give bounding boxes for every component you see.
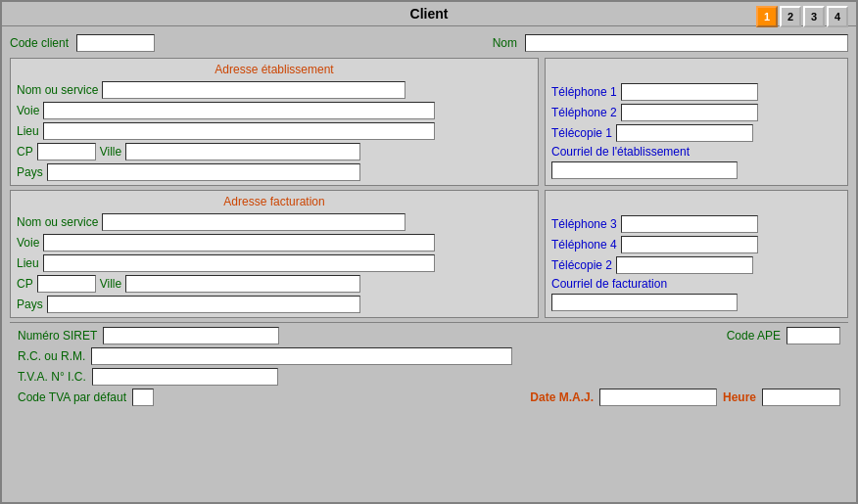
etab-tel2-label: Téléphone 2 <box>551 106 617 119</box>
fact-voie-input[interactable] <box>43 234 435 252</box>
etab-lieu-input[interactable] <box>43 122 435 140</box>
tab-4[interactable]: 4 <box>827 6 848 27</box>
siret-input[interactable] <box>103 327 279 344</box>
fact-lieu-input[interactable] <box>43 254 435 272</box>
tab-3[interactable]: 3 <box>803 6 825 27</box>
etab-telecopie1-row: Télécopie 1 <box>551 124 841 142</box>
code-client-input[interactable] <box>76 34 155 52</box>
fact-ville-input[interactable] <box>125 275 360 293</box>
etab-voie-row: Voie <box>17 102 532 119</box>
etab-pays-input[interactable] <box>47 163 360 181</box>
etab-tel1-input[interactable] <box>621 83 758 101</box>
fact-tel3-label: Téléphone 3 <box>551 217 617 231</box>
fact-lieu-label: Lieu <box>17 256 39 270</box>
facturation-title: Adresse facturation <box>17 195 532 208</box>
fact-nom-service-input[interactable] <box>102 213 405 231</box>
top-row: Code client Nom <box>10 32 848 54</box>
etab-nom-service-input[interactable] <box>102 81 405 99</box>
etab-tel1-label: Téléphone 1 <box>551 85 617 99</box>
etab-telecopie1-input[interactable] <box>616 124 753 142</box>
main-content: Code client Nom Adresse établissement No… <box>2 26 856 502</box>
fact-pays-label: Pays <box>17 298 43 311</box>
fact-nom-service-row: Nom ou service <box>17 213 532 231</box>
fact-tel3-row: Téléphone 3 <box>551 215 841 233</box>
etab-ville-label: Ville <box>100 145 121 159</box>
date-label: Date M.A.J. <box>530 390 594 404</box>
codetva-row: Code TVA par défaut Date M.A.J. Heure <box>18 389 840 406</box>
fact-telecopie2-row: Télécopie 2 <box>551 256 841 274</box>
code-ape-label: Code APE <box>727 329 781 343</box>
fact-cp-row: CP Ville <box>17 275 532 293</box>
etablissement-title: Adresse établissement <box>17 63 532 76</box>
code-tva-label: Code TVA par défaut <box>18 390 126 404</box>
etab-courriel-row: Courriel de l'établissement <box>551 145 841 159</box>
etab-lieu-label: Lieu <box>17 124 39 138</box>
code-client-label: Code client <box>10 36 69 50</box>
etablissement-row: Adresse établissement Nom ou service Voi… <box>10 58 848 186</box>
etab-cp-row: CP Ville <box>17 143 532 160</box>
fact-courriel-input[interactable] <box>551 294 738 311</box>
fact-lieu-row: Lieu <box>17 254 532 272</box>
main-window: Client 1 2 3 4 Code client Nom Adresse é… <box>0 0 858 504</box>
siret-row: Numéro SIRET Code APE <box>18 327 840 344</box>
facturation-row: Adresse facturation Nom ou service Voie … <box>10 190 848 318</box>
etab-nom-service-row: Nom ou service <box>17 81 532 99</box>
tva-input[interactable] <box>92 368 278 386</box>
date-input[interactable] <box>599 389 717 406</box>
rc-input[interactable] <box>91 347 512 365</box>
etab-courriel-input[interactable] <box>551 161 738 179</box>
tab-group: 1 2 3 4 <box>756 6 848 27</box>
etablissement-phone-block: Téléphone 1 Téléphone 2 Télécopie 1 Cour… <box>545 58 848 186</box>
etab-voie-label: Voie <box>17 104 39 117</box>
fact-pays-row: Pays <box>17 296 532 313</box>
siret-label: Numéro SIRET <box>18 329 97 343</box>
tab-2[interactable]: 2 <box>780 6 801 27</box>
tab-1[interactable]: 1 <box>756 6 778 27</box>
fact-telecopie2-input[interactable] <box>616 256 753 274</box>
etab-nom-service-label: Nom ou service <box>17 83 98 97</box>
heure-label: Heure <box>723 390 756 404</box>
etab-pays-label: Pays <box>17 165 43 179</box>
fact-cp-input[interactable] <box>37 275 96 293</box>
etab-telecopie1-label: Télécopie 1 <box>551 126 612 140</box>
etab-ville-input[interactable] <box>125 143 360 160</box>
facturation-phone-block: Téléphone 3 Téléphone 4 Télécopie 2 Cour… <box>545 190 848 318</box>
fact-courriel-row: Courriel de facturation <box>551 277 841 291</box>
fact-tel3-input[interactable] <box>621 215 758 233</box>
window-title: Client <box>410 6 449 22</box>
etab-pays-row: Pays <box>17 163 532 181</box>
fact-tel4-row: Téléphone 4 <box>551 236 841 253</box>
fact-courriel-label: Courriel de facturation <box>551 277 667 291</box>
rc-label: R.C. ou R.M. <box>18 349 85 363</box>
facturation-address-block: Adresse facturation Nom ou service Voie … <box>10 190 539 318</box>
tva-label: T.V.A. N° I.C. <box>18 370 86 384</box>
nom-label: Nom <box>493 36 517 50</box>
fact-ville-label: Ville <box>100 277 121 291</box>
fact-cp-label: CP <box>17 277 33 291</box>
etab-courriel-label: Courriel de l'établissement <box>551 145 690 159</box>
tva-row: T.V.A. N° I.C. <box>18 368 840 386</box>
etab-tel2-row: Téléphone 2 <box>551 104 841 121</box>
etablissement-address-block: Adresse établissement Nom ou service Voi… <box>10 58 539 186</box>
etab-cp-label: CP <box>17 145 33 159</box>
code-tva-input[interactable] <box>132 389 154 406</box>
fact-pays-input[interactable] <box>47 296 360 313</box>
nom-input[interactable] <box>525 34 848 52</box>
etab-tel1-row: Téléphone 1 <box>551 83 841 101</box>
fact-voie-label: Voie <box>17 236 39 250</box>
heure-input[interactable] <box>762 389 840 406</box>
etab-voie-input[interactable] <box>43 102 435 119</box>
rc-row: R.C. ou R.M. <box>18 347 840 365</box>
bottom-bar: Numéro SIRET Code APE R.C. ou R.M. T.V.A… <box>10 322 848 410</box>
title-bar: Client 1 2 3 4 <box>2 2 856 26</box>
etab-lieu-row: Lieu <box>17 122 532 140</box>
etab-cp-input[interactable] <box>37 143 96 160</box>
fact-courriel-input-row <box>551 294 841 311</box>
fact-tel4-label: Téléphone 4 <box>551 238 617 252</box>
etab-tel2-input[interactable] <box>621 104 758 121</box>
fact-tel4-input[interactable] <box>621 236 758 253</box>
etab-courriel-input-row <box>551 161 841 179</box>
fact-voie-row: Voie <box>17 234 532 252</box>
code-ape-input[interactable] <box>786 327 840 344</box>
fact-telecopie2-label: Télécopie 2 <box>551 258 612 272</box>
